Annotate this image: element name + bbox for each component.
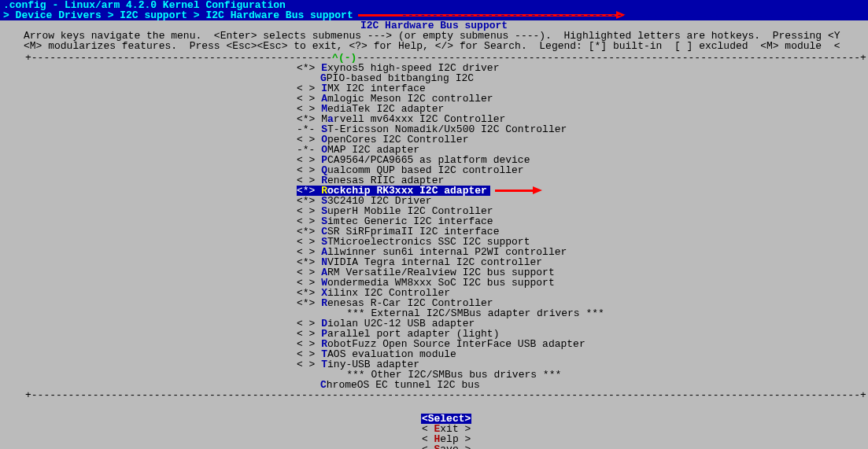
box-bottom-border: +---------------------------------------… [25, 390, 843, 400]
hotkey-letter: T [321, 359, 327, 370]
menu-box: +---------------------------------------… [25, 53, 843, 400]
main-panel: I2C Hardware Bus support Arrow keys navi… [0, 20, 868, 449]
help-line-2: <M> modularizes features. Press <Esc><Es… [3, 41, 865, 51]
menu-items[interactable]: <*> Exynos5 high-speed I2C driver GPIO-b… [297, 63, 843, 390]
breadcrumb: > Device Drivers > I2C support > I2C Har… [3, 10, 353, 20]
button-bar: <SSelectelect> < Exit > < Help > < Save … [3, 403, 865, 449]
breadcrumb-bar: > Device Drivers > I2C support > I2C Har… [0, 10, 868, 20]
hotkey-letter: R [321, 298, 327, 308]
decoration-dashes: ----------------------------------------… [401, 10, 868, 20]
save-button[interactable]: < Save > [422, 444, 471, 449]
annotation-arrow-selected [495, 189, 542, 193]
